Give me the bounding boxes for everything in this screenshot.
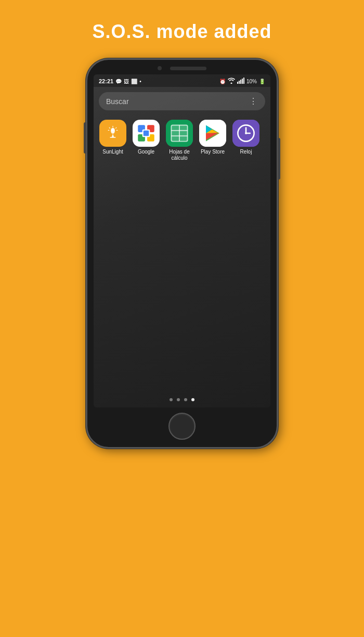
signal-icon [237, 78, 244, 85]
phone-top [87, 60, 277, 74]
home-button[interactable] [168, 413, 196, 440]
alarm-icon: ⏰ [219, 79, 226, 84]
app-grid: SunLight Google [94, 114, 270, 167]
app-google[interactable]: Google [131, 120, 161, 155]
svg-line-10 [116, 128, 116, 128]
svg-point-7 [112, 129, 114, 132]
battery-icon: 🔋 [259, 79, 265, 84]
svg-rect-19 [144, 131, 149, 136]
dot-icon: • [139, 79, 141, 84]
svg-rect-4 [243, 78, 244, 84]
dot-2 [177, 398, 180, 401]
sheets-label: Hojas de cálculo [164, 149, 194, 161]
whatsapp-icon: 💬 [115, 79, 122, 84]
screenshot-icon: ⬜ [131, 79, 137, 84]
playstore-icon [199, 120, 226, 147]
playstore-label: Play Store [201, 149, 225, 155]
phone-screen: 22:21 💬 🖼 ⬜ • ⏰ [94, 74, 270, 407]
app-reloj[interactable]: Reloj [231, 120, 261, 155]
home-button-area [87, 407, 277, 447]
dot-1 [170, 398, 173, 401]
reloj-icon [232, 120, 259, 147]
speaker-grille [170, 67, 206, 70]
svg-line-9 [109, 128, 110, 128]
gallery-icon: 🖼 [124, 79, 129, 84]
status-time: 22:21 [99, 78, 113, 84]
status-right: ⏰ 10% [219, 78, 265, 85]
svg-rect-1 [239, 81, 240, 84]
status-left: 22:21 💬 🖼 ⬜ • [99, 78, 141, 84]
dot-3 [184, 398, 187, 401]
app-playstore[interactable]: Play Store [198, 120, 228, 155]
phone-device: 22:21 💬 🖼 ⬜ • ⏰ [86, 58, 278, 449]
page-indicator [94, 392, 270, 407]
page-headline: S.O.S. mode added [92, 21, 271, 43]
svg-rect-0 [237, 82, 238, 84]
svg-rect-2 [240, 80, 241, 84]
svg-rect-3 [242, 79, 243, 84]
search-menu-icon[interactable]: ⋮ [249, 96, 258, 106]
dot-4-active [191, 398, 194, 401]
reloj-label: Reloj [240, 149, 252, 155]
status-bar: 22:21 💬 🖼 ⬜ • ⏰ [94, 74, 270, 87]
app-sheets[interactable]: Hojas de cálculo [164, 120, 194, 161]
camera-dot [158, 66, 162, 70]
sunlight-icon [99, 120, 126, 147]
screen-empty-area [94, 167, 270, 392]
search-placeholder: Buscar [106, 97, 129, 106]
google-label: Google [138, 149, 154, 155]
google-icon [133, 120, 160, 147]
app-sunlight[interactable]: SunLight [98, 120, 128, 155]
svg-point-32 [245, 132, 247, 134]
sheets-icon [166, 120, 193, 147]
sunlight-label: SunLight [102, 149, 123, 155]
battery-percent: 10% [246, 79, 257, 84]
search-bar[interactable]: Buscar ⋮ [99, 92, 265, 110]
wifi-icon [228, 78, 235, 85]
